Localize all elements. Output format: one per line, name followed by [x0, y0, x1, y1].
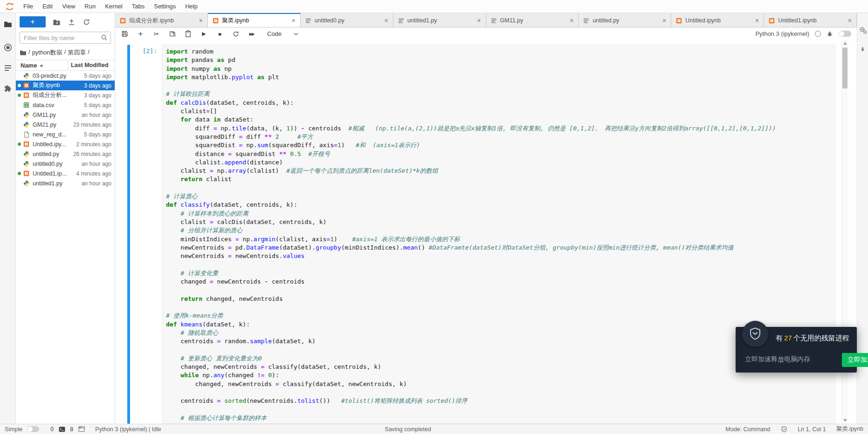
editor-tab[interactable]: 组成分分析.ipynb×: [115, 13, 208, 27]
python-file-icon: [23, 111, 30, 118]
add-cell-icon[interactable]: +: [137, 30, 145, 38]
table-of-contents-icon[interactable]: [0, 60, 15, 76]
tab-close-icon[interactable]: ×: [291, 17, 296, 24]
new-folder-icon[interactable]: [52, 18, 61, 26]
file-row[interactable]: 03-predict.py5 days ago: [16, 71, 115, 81]
breadcrumb-part[interactable]: 第四章: [68, 48, 86, 57]
scroll-down-icon[interactable]: [843, 419, 847, 422]
editor-tab[interactable]: Untitled1.ipynb×: [764, 13, 857, 27]
cell-collapser[interactable]: [127, 45, 130, 424]
menu-edit[interactable]: Edit: [38, 0, 57, 13]
menu-run[interactable]: Run: [80, 0, 100, 13]
trust-shield-icon[interactable]: [780, 426, 787, 433]
code-line: import random: [166, 47, 831, 56]
menu-kernel[interactable]: Kernel: [100, 0, 127, 13]
cursor-position[interactable]: Ln 1, Col 1: [798, 426, 826, 433]
breadcrumb-part[interactable]: python数据: [32, 48, 62, 57]
code-line: clalist = np.array(clalist) #返回一个每个点到质点的…: [166, 167, 831, 175]
notebook-icon: [212, 17, 219, 24]
stop-kernel-icon[interactable]: ■: [216, 30, 224, 38]
terminal-icon[interactable]: [58, 426, 65, 433]
file-row[interactable]: GM11.pyan hour ago: [16, 110, 115, 120]
simple-mode-toggle[interactable]: [27, 426, 39, 432]
editor-tab[interactable]: 聚类.ipynb×: [208, 13, 301, 27]
file-row[interactable]: untitled0.pyan hour ago: [16, 159, 115, 169]
tab-close-icon[interactable]: ×: [847, 17, 853, 24]
column-header-name[interactable]: Name: [16, 62, 68, 69]
editor-tab[interactable]: untitled.py×: [579, 13, 671, 27]
tab-close-icon[interactable]: ×: [198, 17, 204, 24]
simple-mode-label: Simple: [5, 426, 22, 433]
restart-run-all-icon[interactable]: ▶▶: [248, 30, 255, 38]
tab-close-icon[interactable]: ×: [754, 17, 760, 24]
tab-close-icon[interactable]: ×: [661, 17, 667, 24]
column-header-modified[interactable]: Last Modified: [68, 61, 115, 70]
code-line: [166, 346, 831, 354]
file-name: GM21.py: [33, 122, 73, 128]
debugger-panel-icon[interactable]: [857, 41, 868, 57]
extension-manager-icon[interactable]: [0, 80, 15, 97]
running-kernels-icon[interactable]: [0, 39, 15, 56]
cleaner-popup: 有27个无用的残留进程 立即加速释放电脑内存 立即加速: [736, 327, 857, 373]
file-row[interactable]: untitled1.pyan hour ago: [16, 178, 115, 188]
bug-icon[interactable]: [827, 31, 833, 37]
file-row[interactable]: 组成分分析...3 days ago: [16, 90, 115, 100]
file-file-icon: [23, 131, 30, 138]
kernel-status-text[interactable]: Python 3 (ipykernel) | Idle: [95, 426, 161, 433]
search-icon: [101, 34, 108, 42]
active-filename: 聚类.ipynb: [836, 425, 863, 433]
file-row[interactable]: 聚类.ipynb3 days ago: [16, 81, 115, 90]
notebook-icon: [119, 17, 126, 24]
file-name: 03-predict.py: [33, 73, 84, 79]
new-launcher-button[interactable]: +: [20, 16, 46, 27]
file-browser-icon[interactable]: [0, 16, 15, 33]
tab-close-icon[interactable]: ×: [569, 17, 574, 24]
code-editor[interactable]: import randomimport pandas as pdimport n…: [162, 45, 835, 424]
menu-tabs[interactable]: Tabs: [127, 0, 149, 13]
file-row[interactable]: Untitled1.ip...4 minutes ago: [16, 169, 115, 178]
menu-view[interactable]: View: [57, 0, 80, 13]
menu-settings[interactable]: Settings: [149, 0, 180, 13]
terminals-count[interactable]: 0: [50, 426, 54, 433]
menu-file[interactable]: File: [19, 0, 38, 13]
editor-tab[interactable]: untitled0.py×: [301, 13, 393, 27]
run-cell-icon[interactable]: ▶: [200, 30, 208, 38]
restart-kernel-icon[interactable]: [232, 30, 240, 38]
tab-close-icon[interactable]: ×: [383, 17, 389, 24]
copy-cells-icon[interactable]: [168, 30, 176, 38]
property-inspector-icon[interactable]: [857, 22, 868, 38]
filter-box: [20, 32, 111, 44]
kernel-name[interactable]: Python 3 (ipykernel): [755, 30, 809, 37]
scroll-up-icon[interactable]: [843, 42, 847, 45]
menu-help[interactable]: Help: [180, 0, 202, 13]
code-line: # 根据质心计算每个集群的样本: [166, 414, 831, 422]
cell-type-dropdown[interactable]: Code: [267, 30, 298, 37]
file-row[interactable]: untitled.py26 minutes ago: [16, 149, 115, 159]
code-line: [166, 286, 831, 294]
upload-icon[interactable]: [67, 18, 76, 26]
file-modified: an hour ago: [82, 180, 111, 187]
popup-subtitle: 立即加速释放电脑内存: [745, 355, 810, 364]
code-line: changed, newCentroids = classify(dataSet…: [166, 380, 831, 388]
scrollbar-thumb[interactable]: [842, 47, 847, 88]
file-row[interactable]: GM21.py23 minutes ago: [16, 120, 115, 129]
cut-cells-icon[interactable]: ✂: [152, 30, 160, 38]
filter-files-input[interactable]: [20, 32, 111, 44]
editor-tab[interactable]: Untitled.ipynb×: [671, 13, 764, 27]
file-row[interactable]: data.csv5 days ago: [16, 100, 115, 110]
file-row[interactable]: Untitled.ipy...2 minutes ago: [16, 139, 115, 149]
refresh-icon[interactable]: [82, 18, 90, 26]
editor-tab[interactable]: GM11.py×: [486, 13, 579, 27]
accelerate-now-button[interactable]: 立即加速: [842, 353, 868, 367]
editor-tab[interactable]: untitled1.py×: [393, 13, 486, 27]
code-line: def calcDis(dataSet, centroids, k):: [166, 99, 831, 107]
kernel-sessions-icon[interactable]: [78, 426, 85, 433]
command-mode-indicator[interactable]: Mode: Command: [725, 426, 770, 433]
tab-close-icon[interactable]: ×: [476, 17, 482, 24]
paste-cells-icon[interactable]: [184, 30, 192, 38]
save-icon[interactable]: [121, 30, 129, 38]
simple-interface-toggle[interactable]: [839, 31, 851, 37]
kernel-sessions-count[interactable]: 8: [70, 426, 73, 433]
notebook-file-icon: [23, 92, 30, 99]
file-row[interactable]: new_reg_d...5 days ago: [16, 129, 115, 139]
